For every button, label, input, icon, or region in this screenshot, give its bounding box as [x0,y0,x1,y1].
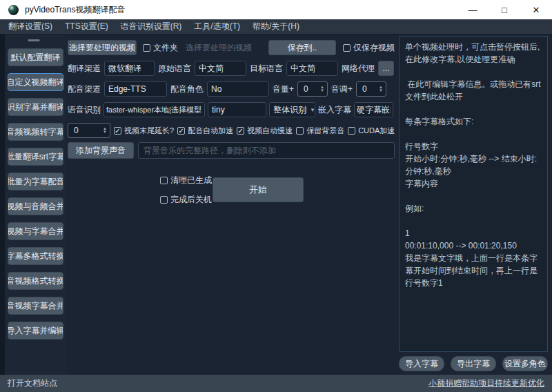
drag-handle[interactable] [28,39,40,41]
voice-role-label: 配音角色 [170,84,204,95]
subtitle-editor[interactable]: 单个视频处理时，可点击暂停按钮后,在此修改字幕,以便处理更准确 在此可编辑字幕信… [399,36,548,352]
embed-subtitle-label: 嵌入字幕 [318,104,351,116]
model-select[interactable]: tiny [208,102,266,117]
sidebar-item-av-format-convert[interactable]: 音视频格式转换 [8,272,63,290]
spinner-arrows-icon[interactable]: ▲▼ [103,127,107,134]
sidebar-item-audio-video-to-subtitle[interactable]: 音频视频转字幕 [8,123,63,141]
video-auto-slowdown-checkbox[interactable]: 视频自动慢速 [237,126,293,136]
volume-spinner[interactable]: 0 ▲▼ [297,81,328,97]
sidebar-item-batch-translate-srt[interactable]: 批量翻译srt字幕 [8,148,63,166]
proxy-button[interactable]: ... [378,61,394,76]
dubbing-row: 配音渠道 Edge-TTS 配音角色 No 音量+ 0 ▲▼ 音调+ 0 ▲▼ [68,81,395,97]
menu-item-tools-options[interactable]: 工具/选项(T) [188,19,246,34]
proxy-label: 网络代理 [342,63,375,75]
options-row: 0 ▲▼ 视频末尾延长? 配音自动加速 视频自动慢速 保留背景音 CUDA [68,123,395,138]
start-button[interactable]: 开始 [213,177,304,202]
shutdown-after-done-checkbox-box[interactable] [160,196,168,204]
translate-channel-select[interactable]: 微软翻译 [104,61,155,76]
app-icon [8,5,19,15]
video-path-hint: 选择要处理的视频 [186,42,268,54]
recognition-mode-select[interactable]: 整体识别 ▼ [269,102,315,117]
pitch-spinner[interactable]: 0 ▲▼ [356,81,386,97]
content-area: 默认配置翻译 自定义视频翻译 识别字幕并翻译 音频视频转字幕 批量翻译srt字幕… [0,35,552,375]
menu-item-translate-settings[interactable]: 翻译设置(S) [2,19,59,34]
bgm-path-input[interactable] [138,142,395,159]
clear-generated-checkbox-box[interactable] [160,177,168,184]
extend-video-checkbox[interactable]: 视频末尾延长? [114,126,174,136]
sidebar-item-default-config-translate[interactable]: 默认配置翻译 [8,48,63,66]
select-video-button[interactable]: 选择要处理的视频 [68,40,137,55]
clear-generated-checkbox[interactable]: 清理已生成 [160,175,212,186]
sidebar-list: 默认配置翻译 自定义视频翻译 识别字幕并翻译 音频视频转字幕 批量翻译srt字幕… [8,48,63,340]
only-save-video-checkbox-box[interactable] [343,44,351,52]
recognition-row: 语音识别 faster-whisper本地|选择模型 tiny 整体识别 ▼ 嵌… [68,102,395,117]
maximize-button[interactable]: □ [489,0,520,19]
sidebar-item-recognize-subtitle-translate[interactable]: 识别字幕并翻译 [8,98,63,116]
target-language-label: 目标语言 [250,63,283,75]
target-language-select[interactable]: 中文简 [286,61,338,76]
start-row: 清理已生成 完成后关机 开始 [68,176,395,204]
sidebar-scrollbar[interactable] [0,35,5,375]
folder-checkbox-box[interactable] [143,44,150,52]
spinner-arrows-icon[interactable]: ▲▼ [320,86,324,92]
folder-checkbox[interactable]: 文件夹 [143,42,178,54]
volume-label: 音量+ [273,84,294,95]
chevron-down-icon: ▼ [390,107,393,113]
source-language-select[interactable]: 中文简 [195,61,246,76]
set-multi-role-button[interactable]: 设置多角色 [502,356,548,371]
only-save-video-checkbox[interactable]: 仅保存视频 [343,42,395,54]
menu-item-tts-settings[interactable]: TTS设置(E) [59,19,115,34]
video-auto-slowdown-checkbox-box[interactable] [237,127,244,135]
sidebar-item-av-subtitle-merge[interactable]: 音视频字幕合并 [8,297,63,315]
open-docs-link[interactable]: 打开文档站点 [8,378,57,389]
sidebar-item-merge-video-audio[interactable]: 视频与音频合并 [8,197,63,215]
only-save-video-checkbox-label: 仅保存视频 [353,42,395,54]
title-bar: pyVideoTrans视频翻译配音 — □ ✕ [0,0,552,19]
video-select-row: 选择要处理的视频 文件夹 选择要处理的视频 保存到.. 仅保存视频 [68,40,395,55]
cuda-acceleration-checkbox[interactable]: CUDA加速 [348,126,395,136]
menu-item-speech-recognition-settings[interactable]: 语音识别设置(R) [115,19,188,34]
dubbing-auto-speedup-checkbox[interactable]: 配音自动加速 [177,126,233,136]
speech-recognition-label: 语音识别 [68,104,101,116]
translate-row: 翻译渠道 微软翻译 原始语言 中文简 目标语言 中文简 网络代理 ... [68,61,395,76]
window-controls: — □ ✕ [457,0,552,19]
donate-link[interactable]: 小额捐赠帮助项目持续更新优化 [428,378,544,389]
status-bar: 打开文档站点 小额捐赠帮助项目持续更新优化 [0,375,552,392]
chevron-down-icon: ▼ [306,107,315,113]
menu-bar: 翻译设置(S) TTS设置(E) 语音识别设置(R) 工具/选项(T) 帮助/关… [0,19,552,35]
folder-checkbox-label: 文件夹 [153,42,178,54]
start-options: 清理已生成 完成后关机 [160,175,212,206]
window-title: pyVideoTrans视频翻译配音 [25,4,125,16]
sidebar-item-subtitle-format-convert[interactable]: 字幕多格式转换 [8,247,63,265]
sidebar-item-merge-video-subtitle[interactable]: 视频与字幕合并 [8,222,63,240]
extend-video-checkbox-box[interactable] [114,127,121,135]
dubbing-channel-select[interactable]: Edge-TTS [104,81,167,97]
spinner-arrows-icon[interactable]: ▲▼ [379,86,383,92]
main-form: 选择要处理的视频 文件夹 选择要处理的视频 保存到.. 仅保存视频 翻译渠道 微… [68,35,395,375]
keep-background-audio-checkbox-box[interactable] [296,127,304,135]
minimize-button[interactable]: — [457,0,489,19]
embed-subtitle-select[interactable]: 硬字幕嵌 ▼ [354,102,393,117]
keep-background-audio-checkbox[interactable]: 保留背景音 [296,126,344,136]
cuda-acceleration-checkbox-box[interactable] [348,127,355,135]
subtitle-panel-buttons: 导入字幕 导出字幕 设置多角色 [399,356,548,371]
sidebar-item-batch-dub-subtitle[interactable]: 批量为字幕配音 [8,173,63,190]
sidebar: 默认配置翻译 自定义视频翻译 识别字幕并翻译 音频视频转字幕 批量翻译srt字幕… [0,35,66,375]
sidebar-item-import-subtitle-edit[interactable]: 导入字幕并编辑 [8,322,63,340]
source-language-label: 原始语言 [158,63,191,75]
pitch-label: 音调+ [331,84,353,95]
close-button[interactable]: ✕ [520,0,552,19]
save-to-button[interactable]: 保存到.. [268,40,336,55]
export-subtitle-button[interactable]: 导出字幕 [451,356,496,371]
dubbing-auto-speedup-checkbox-box[interactable] [177,127,185,135]
shutdown-after-done-checkbox[interactable]: 完成后关机 [160,194,212,206]
import-subtitle-button[interactable]: 导入字幕 [399,356,444,371]
menu-item-help-about[interactable]: 帮助/关于(H) [246,19,306,34]
voice-role-select[interactable]: No [207,81,269,97]
sidebar-item-custom-video-translate[interactable]: 自定义视频翻译 [8,73,63,91]
speech-recognition-select[interactable]: faster-whisper本地|选择模型 [103,102,205,117]
bgm-row: 添加背景声音 [68,141,395,159]
dubbing-channel-label: 配音渠道 [68,84,101,95]
extend-seconds-spinner[interactable]: 0 ▲▼ [68,123,110,138]
add-bgm-button[interactable]: 添加背景声音 [68,142,134,159]
